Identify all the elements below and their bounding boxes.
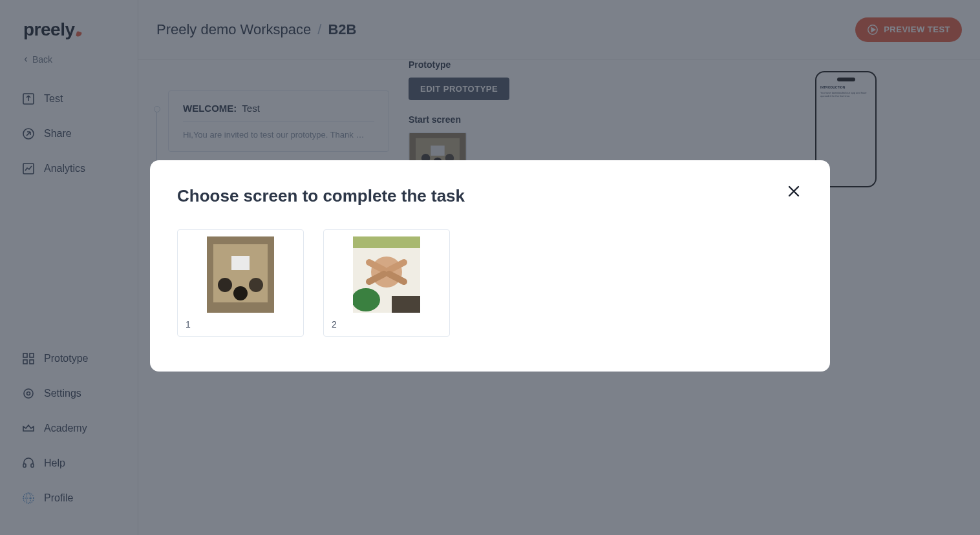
- screen-number: 1: [184, 319, 297, 330]
- meeting-photo-icon: [207, 236, 274, 313]
- svg-point-24: [233, 286, 248, 300]
- screen-2-image: [330, 236, 443, 313]
- modal-title: Choose screen to complete the task: [177, 186, 803, 206]
- svg-point-23: [218, 278, 232, 292]
- screen-number: 2: [330, 319, 443, 330]
- close-button[interactable]: [786, 184, 802, 199]
- svg-rect-27: [353, 236, 420, 248]
- modal-overlay[interactable]: Choose screen to complete the task: [0, 0, 980, 535]
- close-icon: [788, 185, 800, 197]
- svg-point-25: [249, 278, 263, 292]
- fist-bump-photo-icon: [353, 236, 420, 313]
- svg-rect-30: [392, 296, 420, 313]
- svg-rect-22: [231, 256, 250, 270]
- screen-1-image: [184, 236, 297, 313]
- screen-grid: 1 2: [177, 229, 803, 337]
- choose-screen-modal: Choose screen to complete the task: [150, 160, 830, 372]
- svg-point-29: [353, 288, 380, 311]
- screen-option-2[interactable]: 2: [323, 229, 450, 337]
- screen-option-1[interactable]: 1: [177, 229, 304, 337]
